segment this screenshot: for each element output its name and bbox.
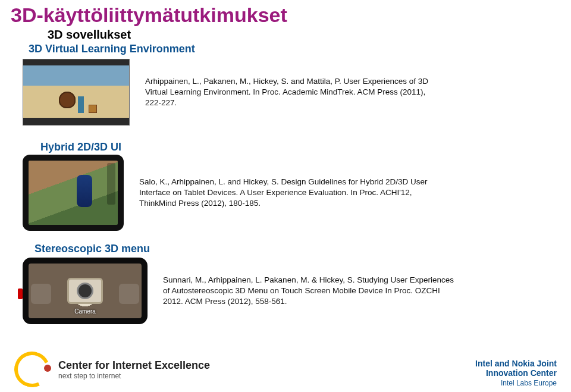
subtitle-apps: 3D sovellukset (0, 27, 571, 42)
cie-text: Center for Internet Excellence next step… (58, 359, 210, 380)
cie-logo-icon (14, 352, 50, 387)
thumbnail-vle (23, 59, 130, 126)
citation-stereo: Sunnari, M., Arhippainen, L. Pakanen, M.… (148, 275, 457, 308)
footer: Center for Internet Excellence next step… (0, 352, 571, 387)
citation-hybrid: Salo, K., Arhippainen, L. and Hickey, S.… (124, 177, 433, 209)
footer-right: Intel and Nokia Joint Innovation Center … (475, 359, 557, 387)
section-heading-hybrid: Hybrid 2D/3D UI (0, 126, 571, 153)
thumbnail-hybrid-tablet (23, 155, 124, 231)
row-hybrid: Salo, K., Arhippainen, L. and Hickey, S.… (0, 155, 571, 231)
jic-line3: Intel Labs Europe (475, 379, 557, 387)
page-title: 3D-käyttöliittymätutkimukset (0, 0, 571, 27)
camera-tile-icon (67, 278, 103, 304)
jic-line1: Intel and Nokia Joint (475, 359, 557, 368)
citation-vle: Arhippainen, L., Pakanen, M., Hickey, S.… (130, 76, 439, 109)
section-heading-vle: 3D Virtual Learning Environment (0, 42, 571, 55)
footer-left: Center for Internet Excellence next step… (14, 352, 210, 387)
cie-name: Center for Internet Excellence (58, 359, 210, 372)
thumbnail-stereo-phone: Camera (23, 258, 148, 324)
camera-label: Camera (74, 308, 96, 315)
jic-line2: Innovation Center (475, 368, 557, 378)
menu-tile-icon (119, 284, 139, 304)
row-stereo: Camera Sunnari, M., Arhippainen, L. Paka… (0, 258, 571, 324)
cie-tagline: next step to internet (58, 372, 210, 380)
phone-brand-badge (18, 288, 23, 299)
row-vle: Arhippainen, L., Pakanen, M., Hickey, S.… (0, 59, 571, 126)
section-heading-stereo: Stereoscopic 3D menu (0, 231, 571, 255)
menu-tile-icon (31, 284, 51, 304)
